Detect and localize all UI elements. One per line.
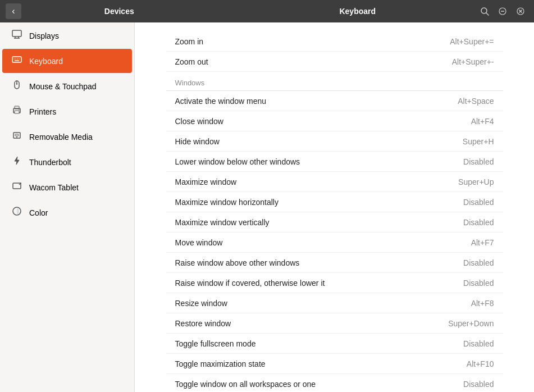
shortcut-row-activate-window-menu[interactable]: Activate the window menu Alt+Space — [166, 91, 503, 111]
svg-point-19 — [16, 83, 17, 84]
shortcut-name-maximize-window: Maximize window — [175, 177, 237, 186]
svg-point-30 — [20, 183, 21, 184]
shortcut-name-restore-window: Restore window — [175, 319, 231, 328]
shortcut-name-zoom-out: Zoom out — [175, 57, 208, 66]
shortcut-key-hide-window: Super+H — [463, 137, 494, 146]
shortcut-name-hide-window: Hide window — [175, 137, 220, 146]
shortcut-key-raise-covered: Disabled — [463, 279, 494, 288]
shortcut-key-toggle-maximize: Alt+F10 — [467, 359, 494, 368]
shortcut-name-close-window: Close window — [175, 117, 223, 126]
shortcut-key-raise-above: Disabled — [463, 258, 494, 267]
shortcut-row-toggle-workspaces[interactable]: Toggle window on all workspaces or one D… — [166, 374, 503, 392]
shortcut-row-raise-covered[interactable]: Raise window if covered, otherwise lower… — [166, 273, 503, 293]
left-title: Devices — [0, 7, 239, 16]
shortcut-row-zoom-in[interactable]: Zoom in Alt+Super+= — [166, 31, 503, 52]
shortcut-key-toggle-workspaces: Disabled — [463, 380, 494, 389]
sidebar-item-removable[interactable]: Removable Media — [2, 125, 132, 149]
shortcut-row-toggle-maximize[interactable]: Toggle maximization state Alt+F10 — [166, 354, 503, 374]
shortcut-row-maximize-h[interactable]: Maximize window horizontally Disabled — [166, 192, 503, 212]
sidebar-item-printers[interactable]: Printers — [2, 99, 132, 124]
color-icon — [11, 206, 22, 219]
center-title: Keyboard — [239, 7, 477, 16]
search-button[interactable] — [477, 3, 492, 19]
windows-section: Windows Activate the window menu Alt+Spa… — [166, 72, 503, 392]
sidebar-item-mouse[interactable]: Mouse & Touchpad — [2, 74, 132, 98]
sidebar-item-keyboard[interactable]: Keyboard — [2, 49, 132, 73]
removable-label: Removable Media — [29, 133, 93, 142]
shortcut-key-restore-window: Super+Down — [448, 319, 494, 328]
keyboard-icon — [11, 54, 22, 67]
shortcut-key-maximize-window: Super+Up — [458, 177, 494, 186]
shortcut-name-activate-window-menu: Activate the window menu — [175, 97, 267, 106]
titlebar-actions — [477, 3, 528, 19]
printers-label: Printers — [29, 107, 56, 116]
shortcut-row-raise-above[interactable]: Raise window above other windows Disable… — [166, 253, 503, 273]
displays-icon — [11, 29, 22, 42]
thunderbolt-label: Thunderbolt — [29, 158, 71, 167]
svg-line-1 — [486, 13, 489, 15]
printers-icon — [11, 105, 22, 118]
sidebar-item-color[interactable]: Color — [2, 200, 132, 225]
shortcut-key-resize-window: Alt+F8 — [471, 299, 494, 308]
sidebar: Displays Keyboard — [0, 22, 135, 392]
shortcut-key-lower-window: Disabled — [463, 157, 494, 166]
shortcut-row-toggle-fullscreen[interactable]: Toggle fullscreen mode Disabled — [166, 334, 503, 354]
wacom-label: Wacom Tablet — [29, 183, 79, 192]
sidebar-item-wacom[interactable]: Wacom Tablet — [2, 175, 132, 199]
sidebar-item-thunderbolt[interactable]: Thunderbolt — [2, 150, 132, 174]
main-layout: Displays Keyboard — [0, 22, 534, 392]
shortcut-row-maximize-window[interactable]: Maximize window Super+Up — [166, 172, 503, 192]
shortcut-row-zoom-out[interactable]: Zoom out Alt+Super+- — [166, 52, 503, 72]
shortcut-name-maximize-h: Maximize window horizontally — [175, 198, 279, 207]
wacom-icon — [11, 181, 22, 194]
svg-point-26 — [16, 136, 17, 138]
content-area: Zoom in Alt+Super+= Zoom out Alt+Super+-… — [135, 22, 534, 392]
svg-marker-27 — [15, 157, 19, 165]
mouse-label: Mouse & Touchpad — [29, 82, 97, 91]
svg-rect-11 — [12, 57, 21, 62]
shortcut-name-toggle-workspaces: Toggle window on all workspaces or one — [175, 380, 316, 389]
shortcut-name-toggle-fullscreen: Toggle fullscreen mode — [175, 339, 256, 348]
shortcut-row-move-window[interactable]: Move window Alt+F7 — [166, 233, 503, 253]
keyboard-label: Keyboard — [29, 57, 63, 66]
shortcut-row-hide-window[interactable]: Hide window Super+H — [166, 131, 503, 152]
shortcut-key-maximize-h: Disabled — [463, 198, 494, 207]
shortcut-row-resize-window[interactable]: Resize window Alt+F8 — [166, 293, 503, 313]
shortcut-row-restore-window[interactable]: Restore window Super+Down — [166, 313, 503, 334]
displays-label: Displays — [29, 31, 59, 40]
shortcut-name-raise-covered: Raise window if covered, otherwise lower… — [175, 279, 325, 288]
svg-rect-25 — [15, 134, 19, 136]
color-label: Color — [29, 208, 48, 217]
sidebar-item-displays[interactable]: Displays — [2, 24, 132, 48]
svg-point-23 — [19, 110, 20, 111]
titlebar: ‹ Devices Keyboard — [0, 0, 534, 22]
mouse-icon — [11, 80, 22, 93]
shortcut-name-maximize-v: Maximize window vertically — [175, 218, 270, 227]
shortcut-row-close-window[interactable]: Close window Alt+F4 — [166, 111, 503, 131]
shortcut-name-zoom-in: Zoom in — [175, 37, 204, 46]
svg-rect-7 — [12, 30, 21, 37]
shortcut-key-close-window: Alt+F4 — [471, 117, 494, 126]
shortcut-key-activate-window-menu: Alt+Space — [458, 97, 494, 106]
shortcut-key-maximize-v: Disabled — [463, 218, 494, 227]
shortcut-name-raise-above: Raise window above other windows — [175, 258, 300, 267]
shortcut-row-maximize-v[interactable]: Maximize window vertically Disabled — [166, 212, 503, 233]
close-button[interactable] — [513, 3, 528, 19]
shortcut-key-toggle-fullscreen: Disabled — [463, 339, 494, 348]
thunderbolt-icon — [11, 156, 22, 168]
svg-rect-21 — [15, 111, 19, 113]
shortcut-name-resize-window: Resize window — [175, 299, 227, 308]
windows-section-header: Windows — [166, 72, 503, 91]
minimize-button[interactable] — [495, 3, 510, 19]
shortcut-name-move-window: Move window — [175, 238, 223, 247]
shortcut-name-lower-window: Lower window below other windows — [175, 157, 300, 166]
removable-icon — [11, 130, 22, 143]
zoom-section: Zoom in Alt+Super+= Zoom out Alt+Super+- — [166, 31, 503, 72]
shortcut-row-lower-window[interactable]: Lower window below other windows Disable… — [166, 152, 503, 172]
shortcut-key-zoom-out: Alt+Super+- — [452, 57, 494, 66]
shortcut-key-move-window: Alt+F7 — [471, 238, 494, 247]
shortcut-name-toggle-maximize: Toggle maximization state — [175, 359, 266, 368]
content-inner: Zoom in Alt+Super+= Zoom out Alt+Super+-… — [166, 22, 503, 392]
shortcut-key-zoom-in: Alt+Super+= — [450, 37, 494, 46]
